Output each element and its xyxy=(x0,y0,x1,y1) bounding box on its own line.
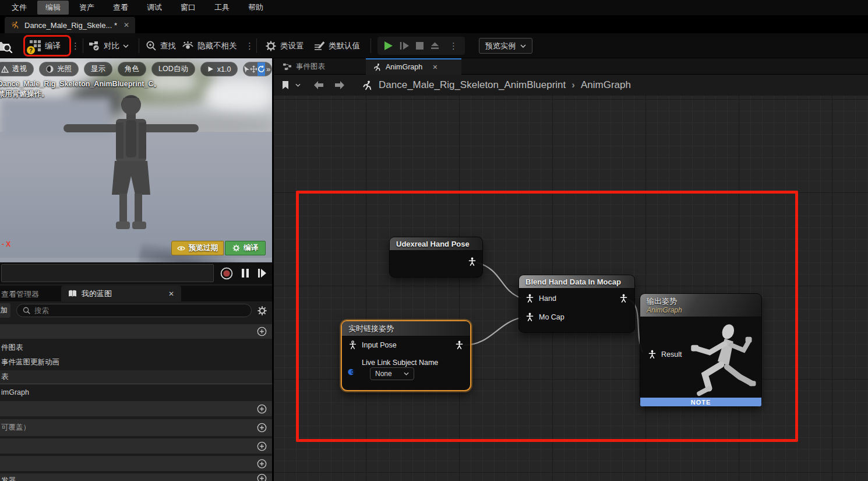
section-header-graphs[interactable] xyxy=(0,324,272,339)
forward-button[interactable] xyxy=(333,80,346,90)
tab-animgraph[interactable]: AnimGraph ✕ xyxy=(366,58,461,75)
subject-dropdown[interactable]: None xyxy=(370,367,414,380)
search-box[interactable] xyxy=(16,304,252,317)
menu-item-tools[interactable]: 工具 xyxy=(206,1,238,15)
stop-button[interactable] xyxy=(415,41,424,50)
preview-instance-dropdown[interactable]: 预览实例 xyxy=(479,38,532,54)
menu-item-edit[interactable]: 编辑 xyxy=(37,1,69,15)
preview-stale-button[interactable]: 预览过期 xyxy=(171,241,224,255)
record-button[interactable] xyxy=(220,267,233,280)
tab-event-graph[interactable]: 事件图表 xyxy=(276,58,331,75)
pin-label: Input Pose xyxy=(362,341,397,349)
menu-item-asset[interactable]: 资产 xyxy=(71,1,103,15)
pin-input-pose[interactable]: Input Pose xyxy=(348,340,397,349)
preview-viewport[interactable]: 透视 光照 显示 角色 LOD自动 x1.0 » Dance_Male_Rig_… xyxy=(0,58,272,262)
play-icon xyxy=(207,66,214,72)
timeline-scrubber[interactable] xyxy=(1,264,214,282)
menu-item-file[interactable]: 文件 xyxy=(3,1,35,15)
blueprint-list: 件图表 事件蓝图更新动画 表 imGraph 可覆盖） 发器 xyxy=(0,322,272,481)
node-blend-hand-data[interactable]: Blend Hand Data In Mocap Hand Mo Cap xyxy=(518,275,635,333)
node-live-link-pose[interactable]: 实时链接姿势 Input Pose Live Link Subject Name… xyxy=(341,320,471,391)
menu-item-debug[interactable]: 调试 xyxy=(139,1,170,15)
perspective-button[interactable]: 透视 xyxy=(0,62,34,76)
find-button[interactable]: 查找 xyxy=(146,33,176,58)
cursor-icon xyxy=(244,65,250,73)
menu-item-help[interactable]: 帮助 xyxy=(240,1,271,15)
list-item-update-animation[interactable]: 事件蓝图更新动画 xyxy=(0,356,272,368)
pin-subject-name[interactable] xyxy=(347,368,356,376)
list-item-event-graph[interactable]: 件图表 xyxy=(0,341,272,354)
subheader-anim-graphs[interactable]: 表 xyxy=(0,370,272,384)
graph-canvas[interactable]: 事件图表 AnimGraph ✕ xyxy=(274,58,868,481)
compile-options-button[interactable]: ⋮ xyxy=(71,33,80,58)
add-button[interactable]: 加 xyxy=(0,303,10,318)
search-input[interactable] xyxy=(34,307,227,315)
add-item-button[interactable] xyxy=(257,326,267,336)
tab-view-manager[interactable]: 查看管理器 xyxy=(1,289,39,300)
compile-button[interactable]: ? 编译 xyxy=(29,33,61,58)
diff-button[interactable]: 对比 xyxy=(89,33,129,58)
eject-button[interactable] xyxy=(430,41,440,50)
section-header-overridable[interactable]: 可覆盖） xyxy=(0,419,272,436)
rotate-icon xyxy=(257,65,265,73)
add-item-button[interactable] xyxy=(257,473,267,481)
section-header-dispatchers[interactable]: 发器 xyxy=(0,473,272,481)
section-header-variables[interactable] xyxy=(0,456,272,471)
node-output-pose[interactable]: 输出姿势 AnimGraph Result NOTE xyxy=(640,293,762,407)
class-settings-button[interactable]: 类设置 xyxy=(265,33,304,58)
rotate-tool-button[interactable] xyxy=(257,62,265,76)
close-icon[interactable]: ✕ xyxy=(124,21,129,29)
hide-unrelated-options-button[interactable]: ⋮ xyxy=(245,33,254,58)
step-forward-button[interactable] xyxy=(400,41,410,51)
add-item-button[interactable] xyxy=(257,404,267,414)
hide-unrelated-button[interactable]: 隐藏不相关 xyxy=(182,33,237,58)
play-button[interactable] xyxy=(383,40,394,51)
tab-my-blueprint[interactable]: 我的蓝图 ✕ xyxy=(61,286,181,301)
preview-mesh[interactable] xyxy=(58,87,204,230)
close-icon[interactable]: ✕ xyxy=(432,64,437,71)
move-tool-button[interactable] xyxy=(250,62,257,76)
expand-toolbar-button[interactable]: » xyxy=(265,62,271,76)
menu-item-window[interactable]: 窗口 xyxy=(172,1,204,15)
asset-tab-title: Dance_Male_Rig_Skele... * xyxy=(24,21,117,30)
select-tool-button[interactable] xyxy=(244,62,250,76)
close-icon[interactable]: ✕ xyxy=(168,290,174,298)
pin-pose-output[interactable] xyxy=(619,294,628,303)
note-badge[interactable]: NOTE xyxy=(640,398,761,406)
filter-gear-icon[interactable] xyxy=(257,306,267,316)
node-udexreal-hand-pose[interactable]: Udexreal Hand Pose xyxy=(389,237,483,278)
panel-tab-bar: 查看管理器 我的蓝图 ✕ xyxy=(0,286,272,301)
section-header-functions[interactable] xyxy=(0,401,272,416)
pin-hand-input[interactable]: Hand xyxy=(525,294,556,303)
pin-pose-output[interactable] xyxy=(468,257,477,266)
character-button[interactable]: 角色 xyxy=(118,62,146,76)
add-item-button[interactable] xyxy=(257,441,267,451)
play-options-button[interactable]: ⋮ xyxy=(449,41,458,51)
menu-item-view[interactable]: 查看 xyxy=(105,1,136,15)
subject-name-label: Live Link Subject Name xyxy=(362,359,438,367)
lod-button[interactable]: LOD自动 xyxy=(151,62,195,76)
breadcrumb-root[interactable]: Dance_Male_Rig_Skeleton_AnimBlueprint xyxy=(379,79,566,91)
section-header-macros[interactable] xyxy=(0,438,272,454)
class-defaults-button[interactable]: 类默认值 xyxy=(313,33,360,58)
step-button[interactable] xyxy=(257,268,267,278)
warning-line-1: Dance_Male_Rig_Skeleton_AnimBlueprint_C。 xyxy=(0,79,161,89)
back-button[interactable] xyxy=(312,80,325,90)
pin-mocap-input[interactable]: Mo Cap xyxy=(525,313,564,321)
breadcrumb-current[interactable]: AnimGraph xyxy=(581,79,631,91)
show-button[interactable]: 显示 xyxy=(84,62,112,76)
add-item-button[interactable] xyxy=(257,459,267,469)
pause-button[interactable] xyxy=(241,268,249,278)
lit-mode-button[interactable]: 光照 xyxy=(39,62,79,76)
list-item-animgraph[interactable]: imGraph xyxy=(0,386,272,399)
chevron-down-icon[interactable] xyxy=(295,83,301,87)
add-item-button[interactable] xyxy=(257,423,267,433)
viewport-compile-button[interactable]: 编译 xyxy=(225,241,266,255)
pin-result-input[interactable]: Result xyxy=(648,350,682,359)
pin-pose-output[interactable] xyxy=(455,340,464,349)
playback-speed-button[interactable]: x1.0 xyxy=(200,62,238,76)
toolbar-divider xyxy=(256,38,257,53)
bookmark-icon[interactable] xyxy=(281,80,290,90)
asset-tab[interactable]: Dance_Male_Rig_Skele... * ✕ xyxy=(5,17,135,33)
browse-asset-button[interactable] xyxy=(0,33,13,58)
